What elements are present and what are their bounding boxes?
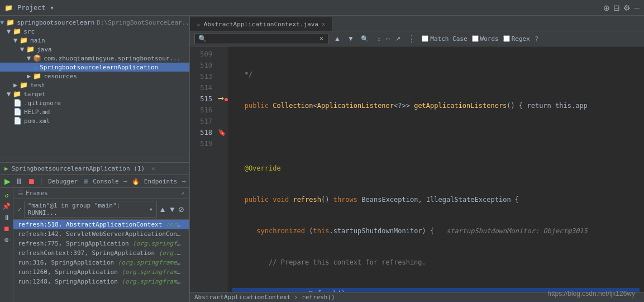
debug-header: ▶ SpringbootsourcelearnApplication (1) ×: [0, 163, 189, 175]
search-next-button[interactable]: ▼: [346, 35, 355, 43]
frame-item[interactable]: run:1248, SpringApplication (org.springf…: [13, 277, 189, 286]
tree-item-app-class[interactable]: ☕ SpringbootsourcelearnApplication: [0, 63, 189, 72]
line-num-513: 513: [194, 71, 212, 82]
minimize-icon-button[interactable]: ─: [634, 3, 640, 12]
thread-check-icon: ✓: [18, 206, 22, 213]
frame-item[interactable]: refresh:518, AbstractApplicationContext …: [13, 220, 189, 229]
frames-body: refresh:518, AbstractApplicationContext …: [13, 220, 189, 302]
thread-selector[interactable]: "main"@1 in group "main": RUNNI... ▾: [24, 201, 157, 218]
tree-item-helpmd[interactable]: 📄 HELP.md: [0, 107, 189, 116]
match-case-option[interactable]: Match Case: [422, 35, 467, 43]
frame-org: (org.springframework.boot): [118, 259, 189, 266]
restart-icon[interactable]: ↺: [4, 191, 8, 199]
pause-button[interactable]: ⏸: [15, 177, 23, 186]
match-case-label: Match Case: [430, 35, 467, 43]
arrow-right-icon: →: [123, 177, 127, 185]
line-num-509: 509: [194, 49, 212, 60]
frame-label: run:316, SpringApplication: [18, 259, 114, 266]
thread-up-button[interactable]: ▲: [159, 205, 166, 214]
frame-item[interactable]: refresh:775, SpringApplication (org.spri…: [13, 239, 189, 248]
tab-label: AbstractApplicationContext.java: [204, 21, 318, 28]
tree-item-test[interactable]: ▶ 📁 test: [0, 81, 189, 89]
ann-509: [218, 49, 227, 60]
frame-item[interactable]: run:316, SpringApplication (org.springfr…: [13, 258, 189, 267]
frame-label: run:1248, SpringApplication: [18, 278, 118, 285]
resume-button[interactable]: ▶: [4, 177, 11, 186]
add-icon-button[interactable]: ⊕: [603, 3, 610, 12]
stop-all-icon[interactable]: ⏹: [3, 225, 10, 233]
thread-down-button[interactable]: ▼: [169, 205, 176, 214]
frame-label: refresh:518, AbstractApplicationContext: [18, 221, 162, 228]
search-find-in-files-button[interactable]: 🔍: [360, 35, 370, 43]
tree-item-main[interactable]: ▼ 📁 main: [0, 36, 189, 45]
frame-item[interactable]: refresh:142, ServletWebServerApplication…: [13, 229, 189, 239]
line-num-519: 519: [194, 138, 212, 149]
tree-item-package[interactable]: ▼ 📦 com.zhuoqianmingyue.springbootsour..…: [0, 54, 189, 63]
line-numbers-gutter: 509 510 513 514 515 516 517 518 519: [190, 46, 217, 292]
search-option2-button[interactable]: ↔: [384, 35, 392, 43]
arrow-515-icon: ⮕: [218, 95, 225, 103]
tab-close-icon[interactable]: ×: [322, 21, 325, 27]
frame-item[interactable]: refreshContext:397, SpringApplication (o…: [13, 248, 189, 258]
search-option3-button[interactable]: ↗: [394, 35, 402, 43]
debugger-label[interactable]: Debugger: [48, 178, 78, 185]
frame-item[interactable]: run:1260, SpringApplication (org.springf…: [13, 267, 189, 277]
src-label: src: [23, 28, 35, 35]
folder-icon: 📁: [6, 18, 15, 26]
content-area: ☕ AbstractApplicationContext.java × 🔍 × …: [190, 16, 644, 302]
debug-tab-label[interactable]: SpringbootsourcelearnApplication (1): [12, 165, 145, 172]
pin-icon[interactable]: 📌: [2, 202, 11, 210]
tree-item-root[interactable]: ▼ 📁 springbootsourcelearn D:\SpringBootS…: [0, 18, 189, 27]
frames-panel: ☰ Frames ↗ ✓ "main"@1 in group "main": R…: [13, 188, 189, 302]
console-label[interactable]: Console: [93, 178, 118, 185]
sidebar-scrollbar[interactable]: [0, 158, 189, 162]
expand-icon: ▼: [13, 36, 17, 44]
code-line-517: // Prepare this context for refreshing.: [232, 257, 640, 268]
project-label: Project: [17, 4, 46, 12]
words-checkbox[interactable]: [472, 35, 479, 42]
thread-filter-button[interactable]: ⊘: [178, 205, 184, 214]
frames-pin-icon[interactable]: ↗: [180, 190, 184, 197]
frame-label: refreshContext:397, SpringApplication: [18, 249, 155, 257]
settings-debug-icon[interactable]: ⚙: [4, 236, 8, 244]
editor-body[interactable]: 509 510 513 514 515 516 517 518 519: [190, 46, 644, 292]
regex-option[interactable]: Regex: [503, 35, 530, 43]
regex-help-icon[interactable]: ?: [535, 35, 539, 43]
search-option1-button[interactable]: ↕: [376, 35, 382, 43]
words-option[interactable]: Words: [472, 35, 499, 43]
project-dropdown-icon[interactable]: ▾: [50, 4, 54, 12]
main-layout: ▼ 📁 springbootsourcelearn D:\SpringBootS…: [0, 16, 644, 302]
tree-item-java[interactable]: ▼ 📁 java: [0, 45, 189, 54]
expand-icon: ▶: [27, 72, 31, 80]
tree-item-src[interactable]: ▼ 📁 src: [0, 27, 189, 36]
search-prev-button[interactable]: ▲: [333, 35, 342, 43]
settings-icon-button[interactable]: ⚙: [623, 3, 631, 12]
pause-all-icon[interactable]: ⏸: [3, 214, 10, 221]
breadcrumb: AbstractApplicationContext › refresh(): [194, 294, 335, 301]
project-tree: ▼ 📁 springbootsourcelearn D:\SpringBootS…: [0, 16, 189, 158]
helpmd-icon: 📄: [13, 108, 22, 116]
endpoints-label[interactable]: Endpoints: [144, 178, 178, 185]
match-case-checkbox[interactable]: [422, 35, 428, 42]
tree-item-gitignore[interactable]: 📄 .gitignore: [0, 98, 189, 107]
tree-item-target[interactable]: ▼ 📁 target: [0, 89, 189, 98]
editor-tab-active[interactable]: ☕ AbstractApplicationContext.java ×: [190, 17, 332, 31]
ann-510: [218, 60, 227, 71]
debug-tab-close[interactable]: ×: [151, 165, 155, 172]
regex-checkbox[interactable]: [503, 35, 510, 42]
words-label: Words: [480, 35, 499, 43]
stop-button[interactable]: ⏹: [27, 177, 35, 186]
thread-dropdown-icon: ▾: [149, 206, 153, 213]
test-folder-icon: 📁: [20, 81, 28, 89]
search-filter-button[interactable]: ⋮: [406, 34, 417, 44]
java-label: java: [37, 46, 52, 53]
search-clear-button[interactable]: ×: [318, 35, 325, 43]
tree-item-resources[interactable]: ▶ 📁 resources: [0, 72, 189, 81]
expand-icon: ▼: [20, 45, 24, 53]
layout-icon-button[interactable]: ⊟: [613, 3, 620, 12]
tree-item-pomxml[interactable]: 📄 pom.xml: [0, 116, 189, 125]
thread-selector-bar: ✓ "main"@1 in group "main": RUNNI... ▾ ▲…: [13, 199, 189, 220]
code-content[interactable]: */ public Collection<ApplicationListener…: [228, 46, 644, 292]
expand-icon: ▼: [7, 27, 11, 35]
search-input[interactable]: [209, 35, 316, 43]
